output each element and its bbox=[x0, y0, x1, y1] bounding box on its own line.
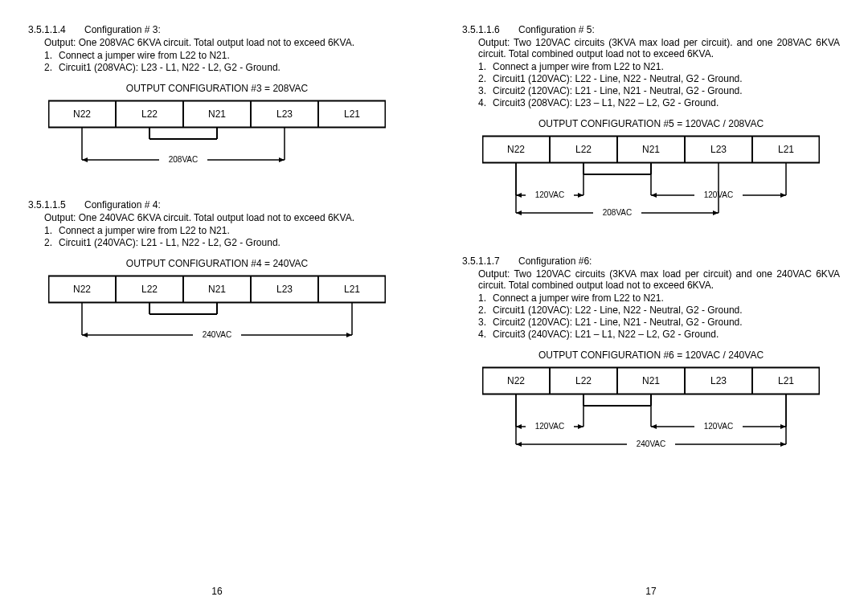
diagram-wrap: OUTPUT CONFIGURATION #4 = 240VACN22L22N2… bbox=[44, 258, 390, 348]
svg-marker-40 bbox=[516, 193, 522, 198]
diagram-title: OUTPUT CONFIGURATION #3 = 208VAC bbox=[44, 83, 390, 94]
terminal-label: L22 bbox=[575, 375, 592, 386]
step-text: Circuit1 (120VAC): L22 - Line, N22 - Neu… bbox=[493, 73, 840, 84]
terminal-label: L23 bbox=[710, 375, 727, 386]
voltage-span-label: 240VAC bbox=[203, 330, 232, 339]
svg-marker-79 bbox=[780, 442, 786, 447]
diagram-wrap: OUTPUT CONFIGURATION #3 = 208VACN22L22N2… bbox=[44, 83, 390, 173]
output-description: Output: Two 120VAC circuits (3KVA max lo… bbox=[478, 37, 840, 59]
step-text: Circuit1 (240VAC): L21 - L1, N22 - L2, G… bbox=[59, 237, 406, 248]
step-item: 2.Circuit1 (120VAC): L22 - Line, N22 - N… bbox=[478, 73, 840, 84]
section-heading: 3.5.1.1.5Configuration # 4: bbox=[28, 199, 406, 210]
section-title: Configuration #6: bbox=[518, 255, 592, 267]
svg-marker-12 bbox=[82, 157, 88, 162]
step-item: 1.Connect a jumper wire from L22 to N21. bbox=[44, 225, 406, 236]
step-list: 1.Connect a jumper wire from L22 to N21.… bbox=[44, 225, 406, 248]
svg-marker-13 bbox=[279, 157, 285, 162]
step-text: Connect a jumper wire from L22 to N21. bbox=[493, 292, 840, 304]
voltage-span-label: 240VAC bbox=[637, 439, 666, 448]
terminal-label: L21 bbox=[344, 284, 360, 295]
output-description: Output: One 240VAC 6KVA circuit. Total o… bbox=[44, 212, 406, 223]
section-heading: 3.5.1.1.4Configuration # 3: bbox=[28, 24, 406, 35]
config-section: 3.5.1.1.4Configuration # 3:Output: One 2… bbox=[28, 24, 406, 187]
step-number: 4. bbox=[478, 329, 493, 340]
step-item: 2.Circuit1 (208VAC): L23 - L1, N22 - L2,… bbox=[44, 62, 406, 73]
step-item: 1.Connect a jumper wire from L22 to N21. bbox=[478, 61, 840, 72]
wiring-diagram: N22L22N21L23L21120VAC120VAC208VAC bbox=[482, 134, 820, 229]
svg-marker-66 bbox=[516, 424, 522, 429]
step-number: 2. bbox=[44, 62, 59, 73]
left-page: 3.5.1.1.4Configuration # 3:Output: One 2… bbox=[0, 24, 434, 613]
section-heading: 3.5.1.1.7Configuration #6: bbox=[462, 255, 840, 267]
svg-marker-53 bbox=[713, 210, 719, 215]
step-item: 3.Circuit2 (120VAC): L21 - Line, N21 - N… bbox=[478, 85, 840, 96]
step-item: 2.Circuit1 (240VAC): L21 - L1, N22 - L2,… bbox=[44, 237, 406, 248]
right-page: 3.5.1.1.6Configuration # 5:Output: Two 1… bbox=[434, 24, 868, 613]
step-number: 1. bbox=[44, 225, 59, 236]
step-text: Circuit3 (208VAC): L23 – L1, N22 – L2, G… bbox=[493, 97, 840, 108]
step-item: 4.Circuit3 (240VAC): L21 – L1, N22 – L2,… bbox=[478, 329, 840, 340]
terminal-label: L21 bbox=[778, 375, 794, 386]
step-number: 2. bbox=[478, 304, 493, 316]
section-heading: 3.5.1.1.6Configuration # 5: bbox=[462, 24, 840, 35]
step-item: 2.Circuit1 (120VAC): L22 - Line, N22 - N… bbox=[478, 304, 840, 316]
step-item: 4.Circuit3 (208VAC): L23 – L1, N22 – L2,… bbox=[478, 97, 840, 108]
section-title: Configuration # 3: bbox=[84, 24, 161, 35]
voltage-span-label: 120VAC bbox=[704, 422, 734, 431]
terminal-label: N21 bbox=[642, 375, 660, 386]
step-number: 1. bbox=[478, 61, 493, 72]
section-number: 3.5.1.1.7 bbox=[462, 255, 518, 267]
output-description: Output: Two 120VAC circuits (3KVA max lo… bbox=[478, 268, 840, 291]
step-text: Circuit1 (208VAC): L23 - L1, N22 - L2, G… bbox=[59, 62, 406, 73]
step-item: 3.Circuit2 (120VAC): L21 - Line, N21 - N… bbox=[478, 317, 840, 328]
terminal-label: N22 bbox=[507, 375, 525, 386]
voltage-span-label: 208VAC bbox=[169, 155, 199, 164]
terminal-label: L23 bbox=[276, 284, 293, 295]
step-number: 3. bbox=[478, 317, 493, 328]
diagram-title: OUTPUT CONFIGURATION #6 = 120VAC / 240VA… bbox=[478, 349, 824, 361]
terminal-label: L21 bbox=[344, 108, 360, 120]
svg-marker-67 bbox=[578, 424, 583, 429]
section-title: Configuration # 5: bbox=[518, 24, 595, 35]
svg-marker-73 bbox=[780, 424, 786, 429]
step-item: 1.Connect a jumper wire from L22 to N21. bbox=[478, 292, 840, 304]
terminal-label: L22 bbox=[141, 108, 158, 120]
step-text: Circuit1 (120VAC): L22 - Line, N22 - Neu… bbox=[493, 304, 840, 316]
terminal-label: N22 bbox=[73, 108, 91, 120]
terminal-label: N21 bbox=[208, 284, 226, 295]
step-list: 1.Connect a jumper wire from L22 to N21.… bbox=[478, 292, 840, 340]
page-number-left: 16 bbox=[28, 586, 406, 613]
section-number: 3.5.1.1.4 bbox=[28, 24, 84, 35]
voltage-span-label: 120VAC bbox=[535, 422, 565, 431]
terminal-label: N22 bbox=[507, 144, 525, 155]
step-list: 1.Connect a jumper wire from L22 to N21.… bbox=[44, 50, 406, 73]
step-number: 1. bbox=[478, 292, 493, 304]
step-number: 1. bbox=[44, 50, 59, 61]
step-item: 1.Connect a jumper wire from L22 to N21. bbox=[44, 50, 406, 61]
config-section: 3.5.1.1.7Configuration #6:Output: Two 12… bbox=[462, 255, 840, 475]
section-title: Configuration # 4: bbox=[84, 199, 161, 210]
step-text: Circuit2 (120VAC): L21 - Line, N21 - Neu… bbox=[493, 317, 840, 328]
config-section: 3.5.1.1.5Configuration # 4:Output: One 2… bbox=[28, 199, 406, 362]
voltage-span-label: 120VAC bbox=[535, 190, 565, 199]
terminal-label: L22 bbox=[141, 284, 158, 295]
svg-marker-78 bbox=[516, 442, 522, 447]
page: 3.5.1.1.4Configuration # 3:Output: One 2… bbox=[0, 0, 868, 613]
output-description: Output: One 208VAC 6KVA circuit. Total o… bbox=[44, 37, 406, 48]
section-number: 3.5.1.1.5 bbox=[28, 199, 84, 210]
section-number: 3.5.1.1.6 bbox=[462, 24, 518, 35]
svg-marker-27 bbox=[346, 333, 352, 337]
svg-marker-41 bbox=[578, 193, 583, 198]
terminal-label: L22 bbox=[575, 144, 592, 155]
step-text: Connect a jumper wire from L22 to N21. bbox=[59, 50, 406, 61]
step-number: 3. bbox=[478, 85, 493, 96]
terminal-label: L23 bbox=[276, 108, 293, 120]
svg-marker-46 bbox=[651, 193, 657, 198]
step-text: Circuit3 (240VAC): L21 – L1, N22 – L2, G… bbox=[493, 329, 840, 340]
diagram-wrap: OUTPUT CONFIGURATION #6 = 120VAC / 240VA… bbox=[478, 349, 824, 460]
terminal-label: N22 bbox=[73, 284, 91, 295]
page-number-right: 17 bbox=[462, 586, 840, 613]
terminal-label: L21 bbox=[778, 144, 794, 155]
step-text: Circuit2 (120VAC): L21 - Line, N21 - Neu… bbox=[493, 85, 840, 96]
step-number: 2. bbox=[44, 237, 59, 248]
